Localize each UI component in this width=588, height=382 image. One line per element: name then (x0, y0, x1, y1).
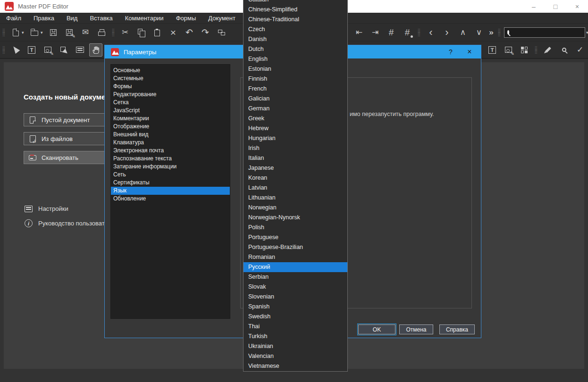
language-option[interactable]: Hebrew (244, 124, 347, 133)
language-option[interactable]: Italian (244, 153, 347, 163)
next-page-button[interactable]: › (440, 26, 454, 39)
cancel-button[interactable]: Отмена (399, 324, 433, 334)
save-as-button[interactable]: ✎ (63, 26, 76, 39)
settings-category-item[interactable]: Язык (111, 187, 230, 195)
language-option[interactable]: Latvian (244, 183, 347, 193)
language-option[interactable]: Norwegian-Nynorsk (244, 213, 347, 223)
language-option[interactable]: Portuguese-Brazilian (244, 242, 347, 252)
save-button[interactable] (47, 26, 60, 39)
scroll-up-button[interactable]: ∧ (456, 26, 470, 39)
redo-button[interactable]: ↷ (199, 26, 212, 39)
email-button[interactable]: ✉ (79, 26, 92, 39)
menu-item[interactable]: Комментарии (119, 13, 170, 24)
delete-button[interactable]: × (167, 26, 180, 39)
language-option[interactable]: Dutch (244, 44, 347, 54)
search-caret-icon[interactable]: ▾ (586, 30, 588, 35)
hand-tool-button[interactable] (89, 43, 102, 57)
cut-button[interactable]: ✂ (118, 26, 132, 39)
language-option[interactable]: Slovenian (244, 292, 347, 302)
copy-button[interactable] (134, 26, 148, 39)
language-option[interactable]: English (244, 54, 347, 64)
language-option[interactable]: Vietnamese (244, 361, 347, 371)
language-option[interactable]: Spanish (244, 302, 347, 312)
toolbar-grip[interactable]: ⣿⣿ (534, 47, 538, 53)
settings-category-item[interactable]: Электронная почта (111, 147, 230, 155)
language-option[interactable]: Catalan (244, 0, 347, 5)
highlight-tool-button[interactable] (541, 43, 554, 57)
language-option[interactable]: Estonian (244, 64, 347, 74)
maximize-button[interactable]: □ (545, 0, 566, 13)
language-option[interactable]: Chinese-Simplified (244, 5, 347, 15)
language-option[interactable]: Valencian (244, 351, 347, 361)
settings-category-item[interactable]: Сеть (111, 171, 230, 179)
snap-to-grid-button[interactable]: # (401, 26, 414, 39)
language-option[interactable]: Hungarian (244, 133, 347, 143)
language-option[interactable]: Galician (244, 94, 347, 104)
menu-item[interactable]: Вид (60, 13, 84, 24)
language-option[interactable]: Chinese-Traditional (244, 15, 347, 25)
show-grid-button[interactable]: # (385, 26, 398, 39)
edit-text-tool-button[interactable]: T (25, 43, 38, 57)
settings-category-item[interactable]: Клавиатура (111, 139, 230, 147)
toolbar-grip[interactable]: ⣿⣿ (497, 29, 502, 36)
ok-button[interactable]: OK (358, 324, 395, 334)
zoom-tool-button[interactable] (557, 43, 571, 57)
arrange-objects-button[interactable] (518, 43, 531, 57)
language-option[interactable]: Czech (244, 25, 347, 34)
language-option[interactable]: Danish (244, 34, 347, 44)
edit-image-tool-button[interactable]: ✎ (41, 43, 54, 57)
language-option[interactable]: Greek (244, 114, 347, 124)
language-option[interactable]: French (244, 84, 347, 94)
language-option[interactable]: Turkish (244, 332, 347, 341)
open-file-caret-icon[interactable]: ▾ (41, 30, 45, 35)
menu-item[interactable]: Документ (202, 13, 242, 24)
settings-category-item[interactable]: Обновление (111, 195, 230, 203)
dialog-close-button[interactable]: × (460, 45, 479, 58)
settings-category-item[interactable]: Сертификаты (111, 179, 230, 187)
close-button[interactable]: × (566, 0, 588, 13)
toolbar-grip[interactable]: ⣿⣿ (111, 29, 116, 36)
language-option[interactable]: Slovak (244, 282, 347, 292)
dialog-help-button[interactable]: ? (441, 45, 460, 58)
settings-category-item[interactable]: Формы (111, 83, 230, 91)
language-option[interactable]: Lithuanian (244, 193, 347, 203)
new-document-caret-icon[interactable]: ▾ (22, 30, 26, 35)
settings-category-item[interactable]: Распознавание текста (111, 155, 230, 163)
scroll-down-button[interactable]: ∨ (472, 26, 486, 39)
select-tool-button[interactable] (9, 43, 22, 57)
settings-link[interactable]: Настройки (25, 205, 68, 212)
toolbar-grip[interactable]: ⣿⣿ (417, 29, 421, 36)
print-button[interactable] (95, 26, 108, 39)
paste-button[interactable] (151, 26, 164, 39)
add-text-tool-button[interactable]: T (486, 43, 499, 57)
menu-item[interactable]: Файл (0, 13, 27, 24)
language-option[interactable]: Portuguese (244, 233, 347, 242)
language-option[interactable]: Japanese (244, 163, 347, 173)
language-option[interactable]: Norwegian (244, 203, 347, 213)
settings-category-item[interactable]: Сетка (111, 99, 230, 107)
open-file-button[interactable] (28, 26, 41, 39)
language-option[interactable]: German (244, 104, 347, 114)
toolbar-grip[interactable]: ⣿⣿ (1, 47, 6, 53)
form-fields-tool-button[interactable] (73, 43, 86, 57)
help-button[interactable]: Справка (439, 324, 475, 334)
settings-category-item[interactable]: Системные (111, 75, 230, 83)
settings-category-item[interactable]: Внешний вид (111, 131, 230, 139)
indent-increase-button[interactable]: ⇥ (369, 26, 382, 39)
validate-button[interactable]: ✓ (573, 43, 587, 57)
settings-category-item[interactable]: Отображение (111, 123, 230, 131)
language-option[interactable]: Korean (244, 173, 347, 183)
language-option[interactable]: Romanian (244, 252, 347, 262)
align-objects-button[interactable] (215, 26, 228, 39)
language-option[interactable]: Finnish (244, 74, 347, 84)
settings-category-item[interactable]: Редактирование (111, 91, 230, 99)
menu-item[interactable]: Правка (27, 13, 60, 24)
menu-item[interactable]: Вставка (84, 13, 118, 24)
settings-category-item[interactable]: Основные (111, 66, 230, 75)
language-option[interactable]: Thai (244, 322, 347, 332)
minimize-button[interactable]: – (523, 0, 545, 13)
language-option[interactable]: Irish (244, 143, 347, 153)
user-guide-link[interactable]: i Руководство пользователя (25, 219, 115, 227)
previous-page-button[interactable]: ‹ (424, 26, 437, 39)
settings-category-item[interactable]: JavaScript (111, 107, 230, 115)
